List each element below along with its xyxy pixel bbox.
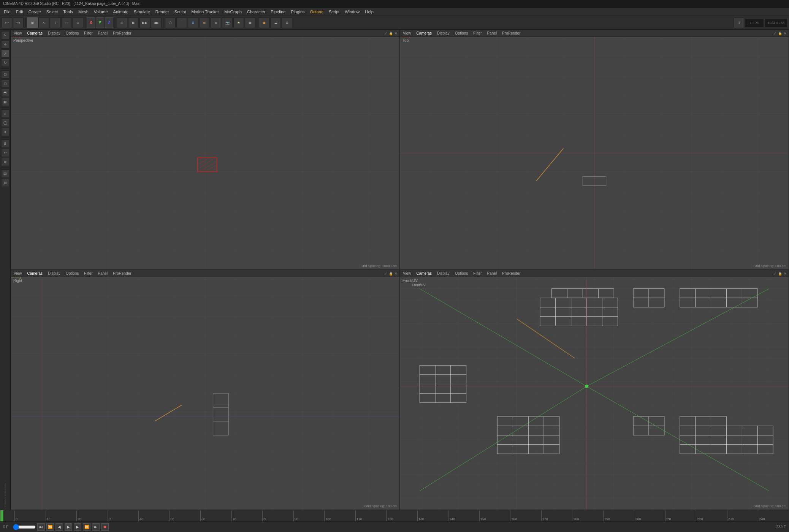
vp-front-expand[interactable]: ⤢ (773, 272, 777, 276)
sidebar-tool10[interactable]: ▤ (1, 169, 10, 178)
menu-pipeline[interactable]: Pipeline (268, 9, 288, 15)
octane-cam-btn[interactable]: ☁ (270, 17, 281, 28)
transport-go-start[interactable]: ⏮ (37, 523, 45, 531)
viewport-top[interactable]: View Cameras Display Options Filter Pane… (400, 30, 789, 270)
snap-grid-btn[interactable]: ⊞ (117, 17, 127, 28)
transport-record[interactable]: ⏺ (101, 523, 109, 531)
sidebar-tool2[interactable]: ◻ (1, 79, 10, 88)
menu-render[interactable]: Render (153, 9, 171, 15)
menu-file[interactable]: File (2, 9, 13, 15)
transport-play[interactable]: ▶ (65, 523, 72, 531)
menu-octane[interactable]: Octane (308, 9, 326, 15)
poly-mode-btn[interactable]: ◻ (61, 17, 72, 28)
menu-mesh[interactable]: Mesh (76, 9, 91, 15)
vp-perspective-panel[interactable]: Panel (97, 31, 109, 35)
vp-top-cameras[interactable]: Cameras (415, 31, 433, 35)
octane-settings-btn[interactable]: ⚙ (282, 17, 292, 28)
vp-right-expand[interactable]: ⤢ (384, 272, 388, 276)
material-btn[interactable]: ◉ (245, 17, 255, 28)
generator-btn[interactable]: ⚙ (188, 17, 198, 28)
menu-select[interactable]: Select (44, 9, 60, 15)
sidebar-tool11[interactable]: ⊞ (1, 179, 10, 187)
vp-perspective-options[interactable]: Options (65, 31, 80, 35)
vp-front-cameras[interactable]: Cameras (415, 271, 433, 276)
vp-front-display[interactable]: Display (436, 271, 451, 276)
vp-perspective-lock[interactable]: 🔒 (388, 32, 393, 35)
vp-right-panel[interactable]: Panel (97, 271, 109, 276)
transport-go-end[interactable]: ⏭ (92, 523, 100, 531)
render-region-btn[interactable]: ▶ (128, 17, 139, 28)
uv-mode-btn[interactable]: U (73, 17, 83, 28)
vp-perspective-expand[interactable]: ⤢ (384, 32, 388, 35)
transport-next-frame[interactable]: ▶ (74, 523, 81, 531)
sidebar-s-btn[interactable]: S (1, 139, 10, 148)
vp-right-close[interactable]: ✕ (394, 272, 398, 276)
viewport-perspective[interactable]: View Cameras Display Options Filter Pane… (11, 30, 400, 270)
vp-perspective-display[interactable]: Display (47, 31, 62, 35)
vp-perspective-prorender[interactable]: ProRender (112, 31, 132, 35)
vp-front-close[interactable]: ✕ (783, 272, 787, 276)
transport-next-key[interactable]: ⏩ (83, 523, 90, 531)
vp-front-panel[interactable]: Panel (486, 271, 498, 276)
vp-top-panel[interactable]: Panel (486, 31, 498, 35)
vp-perspective-view[interactable]: View (13, 31, 23, 35)
vp-front-options[interactable]: Options (454, 271, 469, 276)
sidebar-move[interactable]: ✛ (1, 40, 10, 49)
vp-top-filter[interactable]: Filter (472, 31, 483, 35)
point-mode-btn[interactable]: ✕ (38, 17, 49, 28)
sidebar-tool1[interactable]: ⬡ (1, 70, 10, 79)
vp-right-lock[interactable]: 🔒 (388, 272, 393, 276)
vp-right-options[interactable]: Options (65, 271, 80, 276)
frame-slider[interactable] (13, 524, 36, 530)
render-active-btn[interactable]: ▶▶ (139, 17, 150, 28)
sidebar-tool9[interactable]: ≋ (1, 158, 10, 166)
menu-animate[interactable]: Animate (111, 9, 131, 15)
vp-top-expand[interactable]: ⤢ (773, 32, 777, 35)
sidebar-tool5[interactable]: ⌂ (1, 109, 10, 118)
spline-btn[interactable]: ⌒ (176, 17, 187, 28)
redo-button[interactable]: ↪ (13, 17, 24, 28)
vp-top-lock[interactable]: 🔒 (778, 32, 783, 35)
timeline-area[interactable]: 0102030405060708090100110120130140150160… (0, 510, 789, 521)
vp-top-close[interactable]: ✕ (783, 32, 787, 35)
menu-window[interactable]: Window (342, 9, 362, 15)
menu-create[interactable]: Create (26, 9, 43, 15)
vp-right-display[interactable]: Display (47, 271, 62, 276)
sidebar-cursor[interactable]: ↖ (1, 31, 10, 40)
sidebar-rotate[interactable]: ↻ (1, 59, 10, 67)
x-axis-btn[interactable]: X (87, 17, 95, 28)
menu-sculpt[interactable]: Sculpt (172, 9, 189, 15)
sidebar-tool6[interactable]: ◯ (1, 119, 10, 127)
vp-front-prorender[interactable]: ProRender (501, 271, 521, 276)
menu-motion-tracker[interactable]: Motion Tracker (189, 9, 221, 15)
vp-front-lock[interactable]: 🔒 (778, 272, 783, 276)
vp-right-cameras[interactable]: Cameras (26, 271, 44, 276)
vp-front-filter[interactable]: Filter (472, 271, 483, 276)
vp-top-prorender[interactable]: ProRender (501, 31, 521, 35)
sidebar-tool7[interactable]: ♦ (1, 128, 10, 136)
edge-mode-btn[interactable]: ⌇ (50, 17, 60, 28)
deformer-btn[interactable]: ≋ (199, 17, 210, 28)
transport-prev-frame[interactable]: ◀ (55, 523, 63, 531)
menu-character[interactable]: Character (245, 9, 268, 15)
menu-help[interactable]: Help (363, 9, 376, 15)
camera-btn[interactable]: 📷 (222, 17, 233, 28)
viewport-front[interactable]: View Cameras Display Options Filter Pane… (400, 270, 789, 510)
menu-simulate[interactable]: Simulate (132, 9, 152, 15)
vp-top-view[interactable]: View (402, 31, 412, 35)
vp-right-filter[interactable]: Filter (83, 271, 93, 276)
sidebar-tool8[interactable]: ↩ (1, 149, 10, 157)
menu-edit[interactable]: Edit (14, 9, 25, 15)
vp-right-view[interactable]: View (13, 271, 23, 276)
object-btn[interactable]: ⬡ (165, 17, 176, 28)
z-axis-btn[interactable]: Z (105, 17, 113, 28)
object-mode-btn[interactable]: ▣ (27, 17, 38, 28)
effector-btn[interactable]: ◈ (211, 17, 221, 28)
vp-perspective-filter[interactable]: Filter (83, 31, 93, 35)
menu-plugins[interactable]: Plugins (288, 9, 307, 15)
vp-front-view[interactable]: View (402, 271, 412, 276)
info-btn[interactable]: ℹ (734, 17, 744, 28)
vp-perspective-close[interactable]: ✕ (394, 32, 398, 35)
octane-live-btn[interactable]: ◉ (259, 17, 269, 28)
render-all-btn[interactable]: ◀▶ (151, 17, 162, 28)
